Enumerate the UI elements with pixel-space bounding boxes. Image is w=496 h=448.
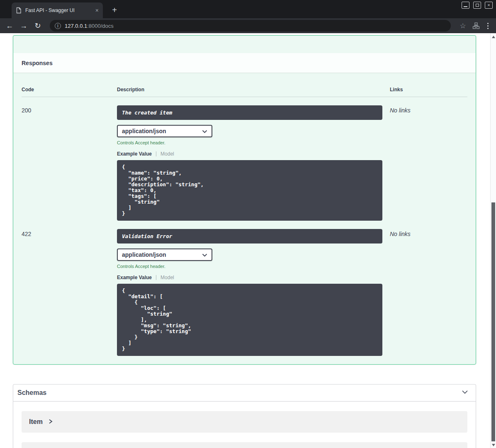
- scrollbar-up-icon[interactable]: [491, 34, 496, 40]
- response-code: 422: [22, 225, 117, 356]
- bookmark-star-icon[interactable]: ☆: [458, 22, 467, 30]
- model-row-item[interactable]: Item: [22, 411, 467, 433]
- example-json: { "name": "string", "price": 0, "descrip…: [117, 160, 382, 221]
- example-model-tabs: Example Value Model: [117, 151, 382, 157]
- page-favicon-icon: [16, 7, 22, 14]
- minimize-icon: [464, 6, 467, 7]
- response-row-200: 200 The created item application/json Co…: [22, 97, 467, 221]
- reload-button[interactable]: ↻: [33, 21, 42, 30]
- response-links: No links: [390, 225, 467, 356]
- tab-title: Fast API - Swagger UI: [25, 7, 92, 13]
- browser-titlebar: Fast API - Swagger UI × + ×: [0, 0, 496, 18]
- new-tab-button[interactable]: +: [109, 4, 120, 16]
- forward-button[interactable]: →: [19, 22, 28, 30]
- close-window-button[interactable]: ×: [485, 2, 493, 9]
- model-row-validationerror[interactable]: ValidationError: [22, 442, 467, 448]
- chevron-down-icon: [202, 128, 207, 134]
- response-description: The created item: [117, 105, 382, 120]
- sitemap-icon[interactable]: [472, 22, 480, 29]
- tab-example-value[interactable]: Example Value: [117, 275, 152, 280]
- page-scrollbar[interactable]: [490, 33, 496, 448]
- swagger-page: Responses Code Description Links 200 The…: [0, 33, 490, 448]
- tab-close-icon[interactable]: ×: [95, 7, 99, 13]
- address-bar[interactable]: i 127.0.0.1:8000/docs: [50, 20, 451, 32]
- post-operation-block: Responses Code Description Links 200 The…: [13, 35, 476, 365]
- url-path: :8000/docs: [87, 23, 114, 29]
- maximize-icon: [476, 4, 479, 7]
- browser-toolbar: ← → ↻ i 127.0.0.1:8000/docs ☆: [0, 18, 496, 33]
- menu-kebab-icon[interactable]: [485, 23, 491, 29]
- chevron-right-icon: [49, 418, 53, 426]
- tab-example-value[interactable]: Example Value: [117, 151, 152, 157]
- column-header-description: Description: [117, 87, 390, 93]
- response-description-cell: The created item application/json Contro…: [117, 101, 390, 221]
- schemas-model-list: Item ValidationError: [13, 402, 476, 448]
- example-model-tabs: Example Value Model: [117, 275, 382, 280]
- browser-tab[interactable]: Fast API - Swagger UI ×: [12, 2, 103, 18]
- media-type-value: application/json: [122, 251, 166, 258]
- window-controls: ×: [462, 2, 493, 9]
- column-header-code: Code: [22, 87, 117, 93]
- url-text: 127.0.0.1:8000/docs: [65, 23, 114, 29]
- schemas-header[interactable]: Schemas: [13, 385, 476, 402]
- chevron-down-icon[interactable]: [461, 388, 469, 398]
- url-host: 127.0.0.1: [65, 23, 87, 29]
- response-links: No links: [390, 101, 467, 221]
- scrollbar-thumb[interactable]: [491, 202, 495, 441]
- maximize-button[interactable]: [473, 2, 481, 9]
- site-info-icon[interactable]: i: [55, 23, 61, 29]
- tab-model[interactable]: Model: [160, 275, 174, 280]
- response-code: 200: [22, 101, 117, 221]
- back-button[interactable]: ←: [5, 22, 14, 30]
- close-icon: ×: [487, 3, 490, 7]
- schemas-title: Schemas: [17, 389, 46, 397]
- media-type-select[interactable]: application/json: [117, 125, 212, 137]
- minimize-button[interactable]: [462, 2, 469, 9]
- tab-divider: [156, 151, 156, 156]
- schemas-section: Schemas Item ValidationError: [13, 384, 476, 448]
- accept-header-note: Controls Accept header.: [117, 264, 382, 269]
- opblock-spacer: [13, 36, 476, 53]
- responses-section-header: Responses: [13, 53, 476, 73]
- tab-divider: [156, 275, 156, 280]
- response-description: Validation Error: [117, 229, 382, 243]
- responses-table: Code Description Links 200 The created i…: [13, 73, 476, 364]
- response-description-cell: Validation Error application/json Contro…: [117, 225, 390, 356]
- model-name: Item: [29, 418, 43, 426]
- column-header-links: Links: [390, 87, 467, 93]
- tab-model[interactable]: Model: [160, 151, 174, 157]
- scrollbar-down-icon[interactable]: [491, 442, 496, 448]
- response-row-422: 422 Validation Error application/json Co…: [22, 221, 467, 356]
- chevron-down-icon: [202, 251, 207, 258]
- media-type-value: application/json: [122, 128, 166, 134]
- responses-title: Responses: [22, 60, 53, 66]
- responses-table-header: Code Description Links: [22, 81, 467, 97]
- example-json: { "detail": [ { "loc": [ "string" ], "ms…: [117, 284, 382, 356]
- media-type-select[interactable]: application/json: [117, 248, 212, 261]
- accept-header-note: Controls Accept header.: [117, 140, 382, 145]
